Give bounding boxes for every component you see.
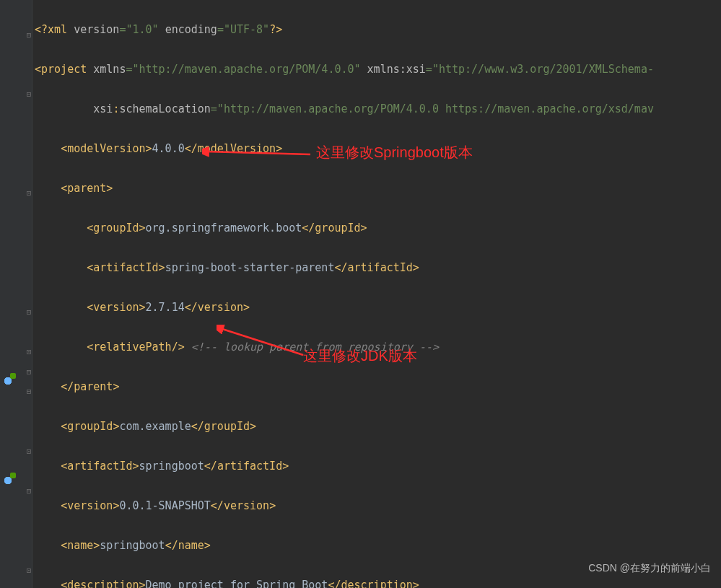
fold-column: ⊟ ⊟ ⊡ ⊟ ⊡ ⊟ ⊟ ⊡ ⊟ ⊡ ⊡ [25, 0, 32, 588]
tag-close: groupId [204, 420, 250, 433]
tag-close: groupId [315, 221, 360, 234]
text-value: springboot [100, 539, 165, 552]
spring-boot-gutter-icon[interactable] [1, 374, 14, 387]
attr-value: UTF-8 [230, 23, 263, 36]
tag-close: artifactId [217, 460, 282, 473]
code-line[interactable]: <modelVersion>4.0.0</modelVersion> [35, 139, 721, 159]
attr-name: xmlns [93, 63, 126, 76]
attr-value: 1.0 [132, 23, 152, 36]
tag-close: artifactId [348, 261, 413, 274]
text-value: org.springframework.boot [146, 221, 302, 234]
code-line[interactable]: <parent> [35, 179, 721, 199]
tag-modelVersion: modelVersion [67, 142, 145, 155]
tag-close: modelVersion [198, 142, 276, 155]
tag-version: version [67, 499, 113, 512]
text-value: 2.7.14 [146, 301, 185, 314]
tag-parent: parent [67, 182, 106, 195]
tag-artifactId: artifactId [67, 460, 132, 473]
tag-groupId: groupId [93, 221, 139, 234]
csdn-watermark: CSDN @在努力的前端小白 [588, 558, 711, 579]
text-value: com.example [119, 420, 191, 433]
fold-toggle-icon[interactable]: ⊟ [25, 382, 32, 389]
tag-groupId: groupId [67, 420, 113, 433]
code-line[interactable]: </parent> [35, 377, 721, 398]
tag-project: project [41, 63, 87, 76]
code-line[interactable]: <?xml version="1.0" encoding="UTF-8"?> [35, 20, 721, 40]
code-line[interactable]: <version>0.0.1-SNAPSHOT</version> [35, 496, 721, 517]
tag-close: parent [74, 380, 113, 393]
attr-name: version [74, 23, 119, 36]
code-line[interactable]: <relativePath/> <!-- lookup parent from … [35, 338, 721, 358]
attr-name: schemaLocation [119, 102, 210, 115]
text-value: spring-boot-starter-parent [165, 261, 335, 274]
code-line[interactable]: <project xmlns="http://maven.apache.org/… [35, 60, 721, 80]
spring-boot-gutter-icon[interactable] [1, 474, 14, 487]
fold-toggle-icon[interactable]: ⊡ [25, 581, 32, 588]
fold-toggle-icon[interactable]: ⊟ [25, 84, 32, 92]
code-line[interactable]: <version>2.7.14</version> [35, 298, 721, 318]
fold-toggle-icon[interactable]: ⊡ [25, 342, 32, 349]
fold-toggle-icon[interactable]: ⊡ [25, 561, 32, 568]
tag-version: version [93, 301, 139, 314]
code-line[interactable]: <artifactId>spring-boot-starter-parent</… [35, 258, 721, 278]
fold-toggle-icon[interactable]: ⊟ [25, 302, 32, 310]
xml-pi: xml [48, 23, 67, 36]
code-line[interactable]: <groupId>org.springframework.boot</group… [35, 219, 721, 239]
code-line[interactable]: <name>springboot</name> [35, 536, 721, 556]
attr-name: xsi [93, 102, 113, 115]
attr-name: encoding [165, 23, 217, 36]
text-value: 4.0.0 [152, 142, 185, 155]
code-editor[interactable]: <?xml version="1.0" encoding="UTF-8"?> <… [35, 0, 721, 588]
attr-value: http://maven.apache.org/POM/4.0.0 [139, 63, 354, 76]
attr-name: xmlns:xsi [367, 63, 426, 76]
code-line[interactable]: <groupId>com.example</groupId> [35, 417, 721, 437]
tag-relativePath: relativePath [93, 341, 171, 354]
tag-close: description [341, 579, 412, 589]
tag-artifactId: artifactId [93, 261, 158, 274]
fold-toggle-icon[interactable]: ⊡ [25, 183, 32, 190]
fold-toggle-icon[interactable]: ⊟ [25, 481, 32, 488]
tag-close: version [224, 499, 269, 512]
attr-value: http://www.w3.org/2001/XMLSchema- [439, 63, 654, 76]
code-line[interactable]: <artifactId>springboot</artifactId> [35, 457, 721, 477]
text-value: springboot [139, 460, 204, 473]
text-value: Demo project for Spring Boot [146, 579, 328, 589]
tag-close: name [178, 539, 204, 552]
tag-name: name [67, 539, 93, 552]
fold-toggle-icon[interactable]: ⊟ [25, 25, 32, 32]
code-line[interactable]: xsi:schemaLocation="http://maven.apache.… [35, 100, 721, 120]
attr-value: http://maven.apache.org/POM/4.0.0 https:… [224, 102, 654, 115]
fold-toggle-icon[interactable]: ⊟ [25, 362, 32, 369]
tag-description: description [67, 579, 139, 589]
fold-toggle-icon[interactable]: ⊡ [25, 442, 32, 449]
tag-close: version [198, 301, 243, 314]
text-value: 0.0.1-SNAPSHOT [119, 499, 210, 512]
xml-comment: <!-- lookup parent from repository --> [191, 341, 439, 354]
